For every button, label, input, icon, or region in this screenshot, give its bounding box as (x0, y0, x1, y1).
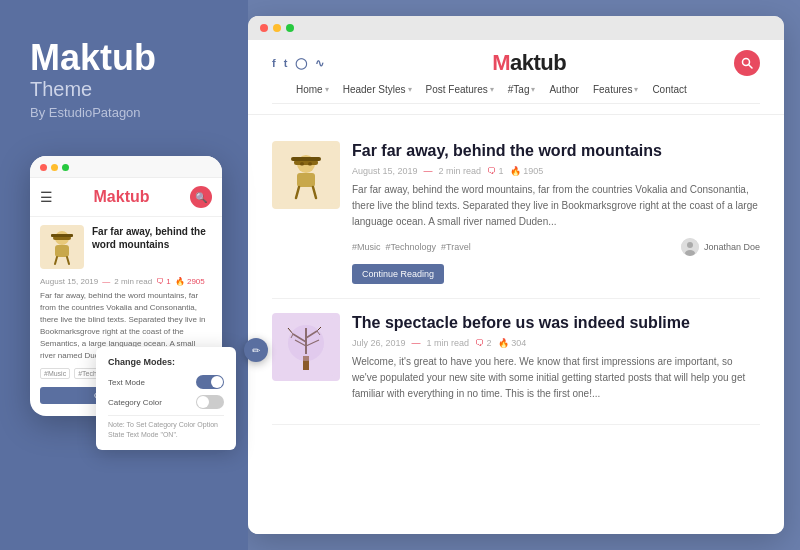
nav-features[interactable]: Features ▾ (593, 84, 638, 95)
chevron-icon: ▾ (490, 85, 494, 94)
facebook-icon[interactable]: f (272, 57, 276, 69)
text-mode-toggle[interactable] (196, 375, 224, 389)
svg-point-31 (288, 325, 324, 361)
desktop-mockup: f t ◯ ∿ Maktub (248, 16, 784, 534)
article-readtime-1: 2 min read (439, 166, 482, 176)
nav-header-styles[interactable]: Header Styles ▾ (343, 84, 412, 95)
author-name-1: Jonathan Doe (704, 242, 760, 252)
svg-rect-12 (291, 157, 321, 161)
twitter-icon[interactable]: t (284, 57, 288, 69)
nav-home[interactable]: Home ▾ (296, 84, 329, 95)
text-mode-row: Text Mode (108, 375, 224, 389)
article-title-2: The spectacle before us was indeed subli… (352, 313, 760, 334)
desktop-dot-red (260, 24, 268, 32)
desktop-dot-green (286, 24, 294, 32)
article-thumbnail-2 (272, 313, 340, 381)
svg-line-5 (67, 257, 69, 264)
nav-author[interactable]: Author (549, 84, 578, 95)
nav-post-features[interactable]: Post Features ▾ (426, 84, 494, 95)
site-logo: Maktub (492, 50, 566, 76)
article-body-1: Far far away, behind the word mountains … (352, 141, 760, 284)
left-panel: Maktub Theme By EstudioPatagon ☰ Maktub … (0, 0, 248, 550)
svg-point-19 (685, 250, 695, 256)
article-meta-2: July 26, 2019 — 1 min read 🗨 2 🔥 304 (352, 338, 760, 348)
category-color-toggle[interactable] (196, 395, 224, 409)
pen-icon[interactable]: ✏ (244, 338, 268, 362)
article-title-1: Far far away, behind the word mountains (352, 141, 760, 162)
mobile-article-meta: August 15, 2019 — 2 min read 🗨 1 🔥 2905 (30, 277, 222, 286)
article-views-1: 🔥 1905 (510, 166, 544, 176)
site-header-top: f t ◯ ∿ Maktub (272, 50, 760, 76)
nav-contact[interactable]: Contact (652, 84, 686, 95)
article-illustration-1 (277, 146, 335, 204)
desktop-top-bar (248, 16, 784, 40)
mobile-article-thumbnail (40, 225, 84, 269)
article-excerpt-1: Far far away, behind the word mountains,… (352, 182, 760, 230)
svg-point-18 (687, 242, 693, 248)
brand-subtitle: Theme (30, 78, 92, 101)
category-color-row: Category Color (108, 395, 224, 409)
article-illustration-2 (277, 318, 335, 376)
rss-icon[interactable]: ∿ (315, 57, 324, 70)
desktop-content: f t ◯ ∿ Maktub (248, 40, 784, 534)
site-nav: Home ▾ Header Styles ▾ Post Features ▾ #… (272, 84, 760, 104)
article-comments-2: 🗨 2 (475, 338, 492, 348)
author-info-1: Jonathan Doe (681, 238, 760, 256)
nav-tag[interactable]: #Tag ▾ (508, 84, 536, 95)
article-tags-1: #Music #Technology #Travel (352, 242, 471, 252)
article-thumbnail-1 (272, 141, 340, 209)
search-icon (741, 57, 753, 69)
tag-technology[interactable]: #Technology (386, 242, 437, 252)
svg-line-4 (55, 257, 57, 264)
svg-rect-1 (55, 245, 69, 257)
articles-list: Far far away, behind the word mountains … (248, 115, 784, 437)
hamburger-icon[interactable]: ☰ (40, 189, 53, 205)
chevron-icon: ▾ (408, 85, 412, 94)
svg-rect-3 (51, 234, 73, 237)
article-body-2: The spectacle before us was indeed subli… (352, 313, 760, 410)
svg-line-7 (748, 65, 752, 69)
mobile-logo: Maktub (94, 188, 150, 206)
chevron-icon: ▾ (634, 85, 638, 94)
mobile-dot-red (40, 164, 47, 171)
desktop-search-button[interactable] (734, 50, 760, 76)
article-meta-1: August 15, 2019 — 2 min read 🗨 1 🔥 1905 (352, 166, 760, 176)
svg-point-15 (300, 162, 304, 166)
mobile-dot-yellow (51, 164, 58, 171)
chevron-icon: ▾ (325, 85, 329, 94)
pen-icon-wrapper: ✏ (244, 338, 268, 362)
article-readtime-2: 1 min read (427, 338, 470, 348)
mobile-article: Far far away, behind the word mountains (30, 217, 222, 277)
mobile-header: ☰ Maktub 🔍 (30, 178, 222, 217)
brand-title: Maktub (30, 40, 156, 76)
logo-letter-m: M (94, 188, 107, 205)
mobile-top-bar (30, 156, 222, 178)
tag-music[interactable]: #Music (352, 242, 381, 252)
main-wrapper: Maktub Theme By EstudioPatagon ☰ Maktub … (0, 0, 800, 550)
article-comments-1: 🗨 1 (487, 166, 504, 176)
article-date-1: August 15, 2019 (352, 166, 418, 176)
mobile-search-button[interactable]: 🔍 (190, 186, 212, 208)
continue-reading-button-1[interactable]: Continue Reading (352, 264, 444, 284)
chevron-icon: ▾ (531, 85, 535, 94)
instagram-icon[interactable]: ◯ (295, 57, 307, 70)
desktop-dot-yellow (273, 24, 281, 32)
text-mode-label: Text Mode (108, 378, 145, 387)
toggle-knob-2 (197, 396, 209, 408)
author-avatar-1 (681, 238, 699, 256)
brand-by: By EstudioPatagon (30, 105, 141, 120)
mobile-tag-music: #Music (40, 368, 70, 379)
popup-title: Change Modes: (108, 357, 224, 367)
article-card-2: The spectacle before us was indeed subli… (272, 299, 760, 425)
tag-travel[interactable]: #Travel (441, 242, 471, 252)
svg-rect-10 (297, 173, 315, 187)
category-color-label: Category Color (108, 398, 162, 407)
toggle-knob (211, 376, 223, 388)
change-modes-popup: Change Modes: Text Mode Category Color N… (96, 347, 236, 450)
article-footer-1: #Music #Technology #Travel (352, 238, 760, 256)
mobile-article-title: Far far away, behind the word mountains (92, 225, 212, 251)
article-excerpt-2: Welcome, it's great to have you here. We… (352, 354, 760, 402)
social-icons: f t ◯ ∿ (272, 57, 324, 70)
article-views-2: 🔥 304 (498, 338, 527, 348)
article-date-2: July 26, 2019 (352, 338, 406, 348)
